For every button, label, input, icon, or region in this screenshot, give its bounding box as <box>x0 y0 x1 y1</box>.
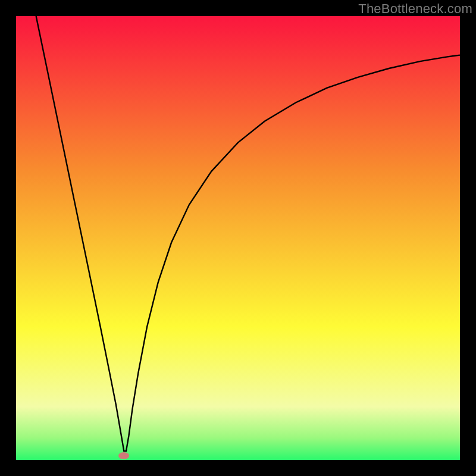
watermark-text: TheBottleneck.com <box>358 1 472 17</box>
optimal-point-marker <box>118 452 129 459</box>
chart-frame <box>16 16 460 460</box>
bottleneck-chart <box>16 16 460 460</box>
